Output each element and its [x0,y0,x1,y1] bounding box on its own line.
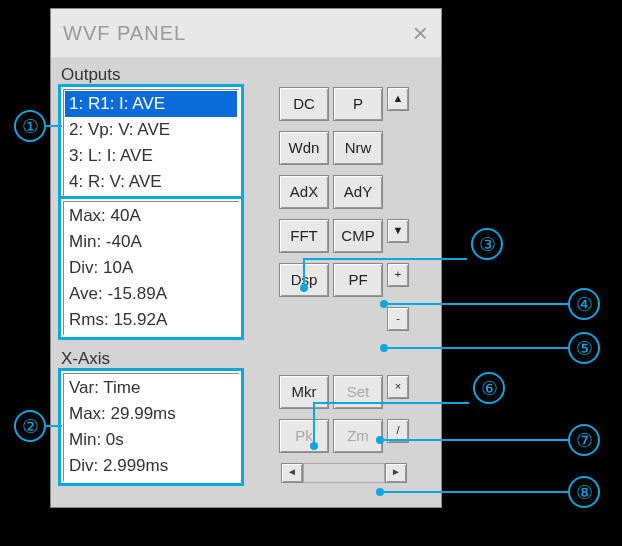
mul-button[interactable]: × [387,375,409,399]
xaxis-var: Var: Time [65,375,237,401]
dialog-title: WVF PANEL [63,22,186,45]
scroll-left-button[interactable]: ◄ [281,463,303,483]
adx-button[interactable]: AdX [279,175,329,209]
outputs-stats-box: Max: 40A Min: -40A Div: 10A Ave: -15.89A… [61,199,241,337]
scroll-right-button[interactable]: ► [385,463,407,483]
xaxis-max: Max: 29.99ms [65,401,237,427]
outputs-listbox[interactable]: 1: R1: I: AVE 2: Vp: V: AVE 3: L: I: AVE… [61,87,241,199]
nrw-button[interactable]: Nrw [333,131,383,165]
callout-2-badge: ② [14,410,46,442]
dc-button[interactable]: DC [279,87,329,121]
callout-8-badge: ⑧ [568,476,600,508]
callout-4-badge: ④ [568,288,600,320]
scroll-up-button[interactable]: ▲ [387,87,409,111]
xaxis-div: Div: 2.999ms [65,453,237,479]
fft-button[interactable]: FFT [279,219,329,253]
title-bar: WVF PANEL × [51,9,441,57]
list-item[interactable]: 4: R: V: AVE [65,169,237,195]
mkr-button[interactable]: Mkr [279,375,329,409]
xaxis-min: Min: 0s [65,427,237,453]
div-button[interactable]: / [387,419,409,443]
callout-6-badge: ⑥ [473,372,505,404]
callout-3-badge: ③ [471,228,503,260]
h-scrollbar-track[interactable] [303,463,385,483]
callout-5-badge: ⑤ [568,332,600,364]
cmp-button[interactable]: CMP [333,219,383,253]
xaxis-label: X-Axis [61,349,241,369]
xaxis-box: Var: Time Max: 29.99ms Min: 0s Div: 2.99… [61,371,241,483]
plus-button[interactable]: + [387,263,409,287]
pk-button[interactable]: Pk [279,419,329,453]
button-grid: DC P ▲ Wdn Nrw AdX AdY FFT CMP ▼ Dsp PF … [279,87,409,341]
list-item[interactable]: 2: Vp: V: AVE [65,117,237,143]
stat-div: Div: 10A [65,255,237,281]
callout-7-badge: ⑦ [568,424,600,456]
wdn-button[interactable]: Wdn [279,131,329,165]
list-item[interactable]: 3: L: I: AVE [65,143,237,169]
callout-1-badge: ① [14,110,46,142]
stat-max: Max: 40A [65,203,237,229]
outputs-label: Outputs [61,65,431,85]
zm-button[interactable]: Zm [333,419,383,453]
list-item[interactable]: 1: R1: I: AVE [65,91,237,117]
stat-min: Min: -40A [65,229,237,255]
minus-button[interactable]: - [387,307,409,331]
scroll-down-button[interactable]: ▼ [387,219,409,243]
stat-rms: Rms: 15.92A [65,307,237,333]
wvf-panel-dialog: WVF PANEL × Outputs 1: R1: I: AVE 2: Vp:… [50,8,442,508]
close-icon[interactable]: × [413,18,429,49]
pf-button[interactable]: PF [333,263,383,297]
dsp-button[interactable]: Dsp [279,263,329,297]
p-button[interactable]: P [333,87,383,121]
ady-button[interactable]: AdY [333,175,383,209]
stat-ave: Ave: -15.89A [65,281,237,307]
set-button[interactable]: Set [333,375,383,409]
